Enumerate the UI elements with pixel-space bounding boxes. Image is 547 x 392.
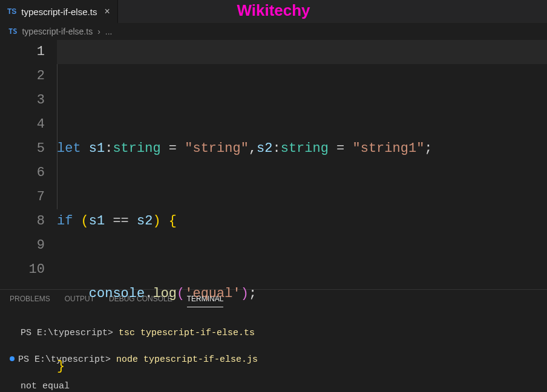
tab-problems[interactable]: PROBLEMS [10,295,50,307]
terminal-line: PS E:\typescript> tsc typescript-if-else… [10,327,537,340]
watermark-label: Wikitechy [237,1,310,20]
terminal-line: not equal [10,380,537,392]
code-line: if (s1 == s2) { [57,209,547,234]
typescript-icon: TS [8,27,17,36]
chevron-right-icon: › [97,27,100,36]
breadcrumb-filename: typescript-if-else.ts [22,27,93,36]
dot-icon [10,356,15,361]
code-line: console.log('equal'); [57,282,547,306]
typescript-icon: TS [7,7,16,16]
tab-bar: TS typescript-if-else.ts × Wikitechy [0,0,547,23]
terminal-output[interactable]: PS E:\typescript> tsc typescript-if-else… [0,307,547,392]
code-line: let s1:string = "string",s2:string = "st… [57,137,547,161]
tab-file[interactable]: TS typescript-if-else.ts × [0,0,118,23]
breadcrumb-rest: ... [105,27,113,36]
code-line: } [57,354,547,379]
tab-filename: typescript-if-else.ts [21,7,97,17]
breadcrumb[interactable]: TS typescript-if-else.ts › ... [0,23,547,40]
close-icon[interactable]: × [104,6,110,17]
